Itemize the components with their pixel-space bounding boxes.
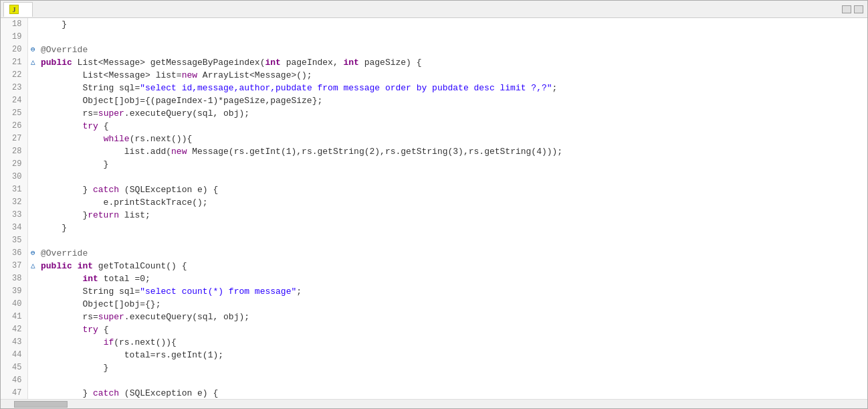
- code-token: public: [41, 261, 72, 271]
- code-token: (SQLException e) {: [119, 388, 218, 398]
- line-code: List<Message> list=new ArrayList<Message…: [38, 69, 867, 82]
- minimize-button[interactable]: [842, 5, 851, 13]
- line-code: [38, 234, 867, 247]
- line-number: 24: [1, 94, 27, 107]
- table-row: 24 Object[]obj={(pageIndex-1)*pageSize,p…: [1, 94, 867, 107]
- table-row: 40 Object[]obj={};: [1, 298, 867, 311]
- line-marker: [27, 158, 38, 171]
- line-marker: [27, 387, 38, 399]
- code-token: Object[]obj={};: [41, 299, 160, 309]
- line-code: }: [38, 361, 867, 374]
- code-token: total=rs.getInt(1);: [41, 350, 223, 360]
- code-token: ;: [296, 287, 302, 297]
- table-row: 32 e.printStackTrace();: [1, 196, 867, 209]
- code-token: (rs.next()){: [114, 337, 177, 347]
- line-number: 40: [1, 298, 27, 311]
- table-row: 26 try {: [1, 120, 867, 133]
- window-controls: [842, 5, 865, 13]
- code-token: "select count(*) from message": [140, 287, 296, 297]
- code-token: new: [182, 70, 197, 80]
- line-number: 38: [1, 272, 27, 285]
- line-number: 42: [1, 323, 27, 336]
- line-code: [38, 171, 867, 183]
- horizontal-scrollbar[interactable]: [1, 399, 867, 408]
- table-row: 22 List<Message> list=new ArrayList<Mess…: [1, 69, 867, 82]
- code-token: catch: [93, 185, 119, 195]
- line-marker: [27, 133, 38, 145]
- line-marker: △: [27, 260, 38, 272]
- code-token: return: [88, 210, 119, 220]
- line-number: 35: [1, 234, 27, 247]
- line-code: rs=super.executeQuery(sql, obj);: [38, 107, 867, 120]
- line-number: 20: [1, 44, 27, 56]
- code-token: (SQLException e) {: [119, 185, 218, 195]
- line-marker: [27, 171, 38, 183]
- restore-button[interactable]: [854, 5, 863, 13]
- file-tab[interactable]: J: [3, 2, 33, 17]
- line-marker: [27, 336, 38, 349]
- code-token: public: [41, 58, 72, 68]
- line-number: 45: [1, 361, 27, 374]
- code-token: Message(rs.getInt(1),rs.getString(2),rs.…: [187, 147, 562, 157]
- line-number: 44: [1, 349, 27, 361]
- table-row: 29 }: [1, 158, 867, 171]
- line-code: try {: [38, 323, 867, 336]
- code-token: int: [78, 261, 93, 271]
- hscroll-thumb[interactable]: [14, 401, 68, 408]
- code-token: list.add(: [41, 147, 171, 157]
- line-number: 29: [1, 158, 27, 171]
- code-token: (rs.next()){: [130, 134, 193, 144]
- table-row: 41 rs=super.executeQuery(sql, obj);: [1, 311, 867, 323]
- code-token: }: [41, 363, 108, 373]
- line-code: } catch (SQLException e) {: [38, 183, 867, 196]
- table-row: 45 }: [1, 361, 867, 374]
- line-marker: ⊖: [27, 44, 38, 56]
- line-marker: [27, 298, 38, 311]
- line-code: e.printStackTrace();: [38, 196, 867, 209]
- table-row: 31 } catch (SQLException e) {: [1, 183, 867, 196]
- code-token: String sql=: [41, 83, 140, 93]
- line-code: try {: [38, 120, 867, 133]
- line-code: while(rs.next()){: [38, 133, 867, 145]
- editor-window: J 18 }19 20⊖@Override21△public List<Mess…: [0, 0, 868, 409]
- code-token: int: [265, 58, 280, 68]
- code-token: [41, 274, 82, 284]
- code-token: super: [98, 108, 124, 118]
- table-row: 20⊖@Override: [1, 44, 867, 56]
- code-token: List<Message> getMessageByPageindex(: [72, 58, 265, 68]
- line-number: 33: [1, 209, 27, 222]
- line-code: @Override: [38, 247, 867, 260]
- table-row: 25 rs=super.executeQuery(sql, obj);: [1, 107, 867, 120]
- code-token: }: [41, 19, 67, 29]
- line-marker: △: [27, 56, 38, 69]
- line-number: 43: [1, 336, 27, 349]
- table-row: 27 while(rs.next()){: [1, 133, 867, 145]
- line-marker: [27, 285, 38, 298]
- code-scroll[interactable]: 18 }19 20⊖@Override21△public List<Messag…: [1, 18, 867, 399]
- line-number: 37: [1, 260, 27, 272]
- tab-bar-left: J: [3, 2, 33, 17]
- line-number: 23: [1, 82, 27, 94]
- line-marker: [27, 120, 38, 133]
- code-token: }: [41, 210, 88, 220]
- line-marker: [27, 18, 38, 31]
- line-marker: [27, 323, 38, 336]
- line-code: Object[]obj={};: [38, 298, 867, 311]
- line-code: [38, 31, 867, 44]
- line-code: }: [38, 158, 867, 171]
- table-row: 42 try {: [1, 323, 867, 336]
- code-token: if: [104, 337, 114, 347]
- code-token: super: [98, 312, 124, 322]
- table-row: 33 }return list;: [1, 209, 867, 222]
- line-code: }: [38, 18, 867, 31]
- line-number: 18: [1, 18, 27, 31]
- line-number: 25: [1, 107, 27, 120]
- code-token: ArrayList<Message>();: [197, 70, 312, 80]
- table-row: 21△public List<Message> getMessageByPage…: [1, 56, 867, 69]
- line-number: 22: [1, 69, 27, 82]
- line-number: 28: [1, 145, 27, 158]
- code-token: "select id,message,author,pubdate from m…: [140, 83, 552, 93]
- line-number: 27: [1, 133, 27, 145]
- code-token: rs=: [41, 312, 98, 322]
- table-row: 37△public int getTotalCount() {: [1, 260, 867, 272]
